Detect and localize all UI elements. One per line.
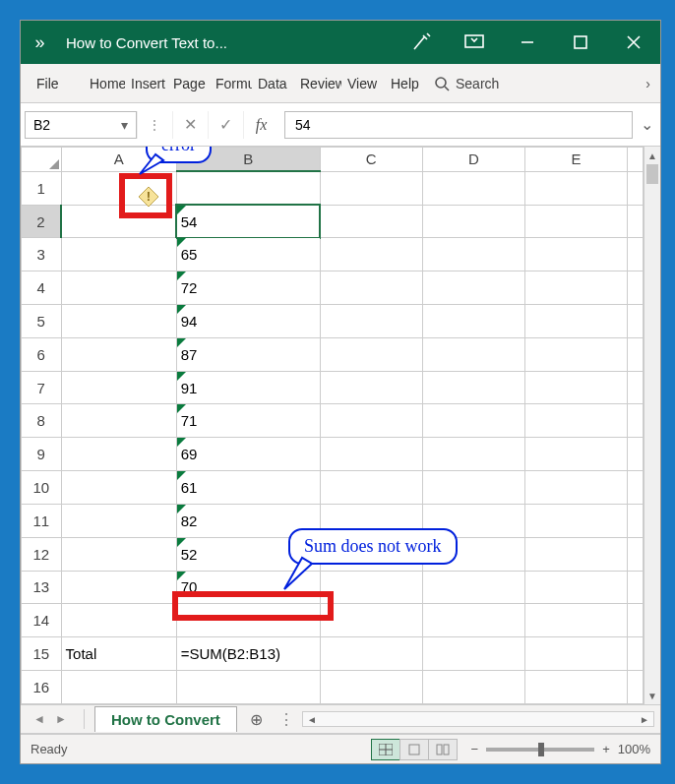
- ribbon-display-button[interactable]: [448, 21, 501, 64]
- sheet-tab-active[interactable]: How to Convert: [94, 706, 237, 732]
- cell-B7[interactable]: 91: [176, 371, 320, 404]
- cell-F16[interactable]: [628, 670, 644, 703]
- cell-E6[interactable]: [524, 337, 627, 371]
- col-header-C[interactable]: C: [320, 148, 422, 172]
- cell-F7[interactable]: [628, 371, 644, 404]
- cell-B9[interactable]: 69: [176, 438, 320, 471]
- row-header-4[interactable]: 4: [22, 271, 62, 305]
- cell-D15[interactable]: [422, 637, 524, 671]
- col-header-A[interactable]: A: [61, 148, 176, 172]
- cell-E14[interactable]: [524, 604, 627, 637]
- cell-E2[interactable]: [524, 205, 627, 238]
- maximize-button[interactable]: [554, 21, 607, 64]
- cell-E15[interactable]: [524, 637, 627, 671]
- cell-F10[interactable]: [628, 471, 644, 505]
- cell-B6[interactable]: 87: [176, 337, 320, 371]
- cell-C13[interactable]: [320, 571, 422, 604]
- cell-D13[interactable]: [422, 571, 524, 604]
- formula-input[interactable]: 54: [284, 111, 633, 139]
- col-header-E[interactable]: E: [524, 148, 627, 172]
- tab-help[interactable]: Help: [385, 64, 426, 102]
- zoom-in-button[interactable]: +: [602, 742, 610, 756]
- cell-F13[interactable]: [628, 571, 644, 604]
- vertical-scrollbar[interactable]: ▲ ▼: [644, 147, 660, 704]
- tab-page-layout[interactable]: Page Layout: [167, 64, 210, 102]
- row-header-7[interactable]: 7: [22, 371, 62, 404]
- sheet-nav-buttons[interactable]: ◄ ►: [21, 712, 80, 726]
- row-header-6[interactable]: 6: [22, 337, 62, 371]
- cell-B16[interactable]: [176, 670, 320, 703]
- cell-A16[interactable]: [61, 670, 176, 703]
- cell-F14[interactable]: [628, 604, 644, 637]
- cell-E16[interactable]: [524, 670, 627, 703]
- col-header-B[interactable]: B: [176, 148, 320, 172]
- cell-A11[interactable]: [61, 504, 176, 537]
- cell-D2[interactable]: [422, 205, 524, 238]
- cell-D1[interactable]: [422, 171, 524, 205]
- cell-E12[interactable]: [524, 537, 627, 571]
- cell-D12[interactable]: [422, 537, 524, 571]
- cell-E3[interactable]: [524, 238, 627, 271]
- cell-F4[interactable]: [628, 271, 644, 305]
- cell-F11[interactable]: [628, 504, 644, 537]
- tab-view[interactable]: View: [341, 64, 385, 102]
- cell-A14[interactable]: [61, 604, 176, 637]
- cell-D8[interactable]: [422, 404, 524, 438]
- cell-C14[interactable]: [320, 604, 422, 637]
- cell-F15[interactable]: [628, 637, 644, 671]
- cell-A13[interactable]: [61, 571, 176, 604]
- enter-formula-button[interactable]: ✓: [208, 111, 243, 139]
- row-header-3[interactable]: 3: [22, 238, 62, 271]
- cancel-formula-button[interactable]: ✕: [172, 111, 208, 139]
- zoom-level[interactable]: 100%: [618, 742, 650, 756]
- cell-D3[interactable]: [422, 238, 524, 271]
- row-header-15[interactable]: 15: [22, 637, 62, 671]
- cell-B3[interactable]: 65: [176, 238, 320, 271]
- cell-A3[interactable]: [61, 238, 176, 271]
- tab-file[interactable]: File: [31, 64, 84, 102]
- cell-F2[interactable]: [628, 205, 644, 238]
- new-sheet-button[interactable]: ⊕: [237, 710, 276, 729]
- cell-A4[interactable]: [61, 271, 176, 305]
- cell-A9[interactable]: [61, 438, 176, 471]
- cell-F1[interactable]: [628, 171, 644, 205]
- row-header-11[interactable]: 11: [22, 504, 62, 537]
- cell-F9[interactable]: [628, 438, 644, 471]
- cell-E7[interactable]: [524, 371, 627, 404]
- tab-formulas[interactable]: Formulas: [210, 64, 252, 102]
- cell-B11[interactable]: 82: [176, 504, 320, 537]
- tab-review[interactable]: Review: [294, 64, 341, 102]
- cell-C6[interactable]: [320, 337, 422, 371]
- cell-A6[interactable]: [61, 337, 176, 371]
- cell-B12[interactable]: 52: [176, 537, 320, 571]
- row-header-12[interactable]: 12: [22, 537, 62, 571]
- zoom-slider[interactable]: [486, 748, 594, 752]
- cell-A7[interactable]: [61, 371, 176, 404]
- formula-bar-options[interactable]: ⋮: [137, 111, 172, 139]
- cell-E13[interactable]: [524, 571, 627, 604]
- row-header-1[interactable]: 1: [22, 171, 62, 205]
- view-page-break-button[interactable]: [428, 739, 458, 760]
- cell-F5[interactable]: [628, 305, 644, 338]
- cell-D16[interactable]: [422, 670, 524, 703]
- cell-D6[interactable]: [422, 337, 524, 371]
- expand-formula-bar[interactable]: ⌄: [637, 115, 656, 134]
- quick-access-more[interactable]: »: [21, 32, 60, 53]
- cell-A12[interactable]: [61, 537, 176, 571]
- cell-A5[interactable]: [61, 305, 176, 338]
- cell-D9[interactable]: [422, 438, 524, 471]
- ribbon-scroll-right[interactable]: ›: [640, 76, 656, 91]
- row-header-10[interactable]: 10: [22, 471, 62, 505]
- cell-A10[interactable]: [61, 471, 176, 505]
- cell-F3[interactable]: [628, 238, 644, 271]
- cell-A15[interactable]: Total: [61, 637, 176, 671]
- cell-E5[interactable]: [524, 305, 627, 338]
- row-header-5[interactable]: 5: [22, 305, 62, 338]
- row-header-2[interactable]: 2: [22, 205, 62, 238]
- cell-C11[interactable]: [320, 504, 422, 537]
- zoom-out-button[interactable]: −: [471, 742, 479, 756]
- cell-D10[interactable]: [422, 471, 524, 505]
- cell-D11[interactable]: [422, 504, 524, 537]
- name-box[interactable]: B2 ▾: [25, 111, 137, 139]
- cell-B2[interactable]: 54: [176, 205, 320, 238]
